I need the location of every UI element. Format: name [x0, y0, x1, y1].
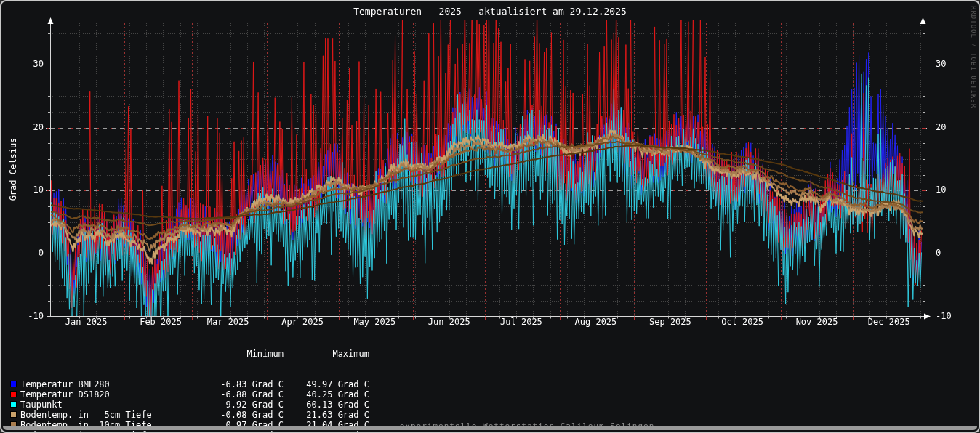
legend-row: Temperatur DS1820-6.88 Grad C40.25 Grad … — [10, 389, 369, 400]
bottom-bar — [3, 426, 977, 430]
legend-max-value: 21.63 Grad C — [284, 410, 369, 420]
legend-min-value: -6.83 Grad C — [204, 379, 284, 389]
y-axis-label: Grad Celsius — [8, 133, 18, 206]
legend-min-value: -0.08 Grad C — [204, 410, 284, 420]
legend-row: Bodentemp. in 5cm Tiefe-0.08 Grad C21.63… — [10, 410, 369, 420]
legend-row: Temperatur BME280-6.83 Grad C49.97 Grad … — [10, 379, 369, 389]
legend-series-label: Temperatur BME280 — [20, 379, 204, 389]
rrdtool-watermark: RRDTOOL / TOBI OETIKER — [970, 6, 977, 108]
legend-header-row: Minimum Maximum — [10, 349, 369, 359]
legend-header-spacer — [10, 350, 17, 357]
legend-min-value: -6.88 Grad C — [204, 389, 284, 400]
legend-series-label: Bodentemp. in 5cm Tiefe — [20, 410, 204, 420]
legend-series-label: Temperatur DS1820 — [20, 389, 204, 400]
legend-max-value: 49.97 Grad C — [284, 379, 369, 389]
legend: Minimum Maximum Temperatur BME280-6.83 G… — [10, 328, 369, 433]
chart-title: Temperaturen - 2025 - aktualisiert am 29… — [1, 6, 979, 17]
legend-series-label: Taupunkt — [20, 400, 204, 410]
legend-color-swatch — [10, 381, 17, 387]
legend-max-value: 40.25 Grad C — [284, 389, 369, 400]
legend-color-swatch — [10, 391, 17, 397]
legend-minimum-header: Minimum — [204, 349, 284, 359]
legend-maximum-header: Maximum — [284, 349, 369, 359]
rrdtool-graph-window: Temperaturen - 2025 - aktualisiert am 29… — [0, 0, 980, 433]
legend-color-swatch — [10, 411, 17, 418]
temperature-chart-canvas — [1, 1, 980, 336]
legend-color-swatch — [10, 401, 17, 408]
legend-row: Taupunkt-9.92 Grad C60.13 Grad C — [10, 400, 369, 410]
legend-max-value: 60.13 Grad C — [284, 400, 369, 410]
legend-min-value: -9.92 Grad C — [204, 400, 284, 410]
